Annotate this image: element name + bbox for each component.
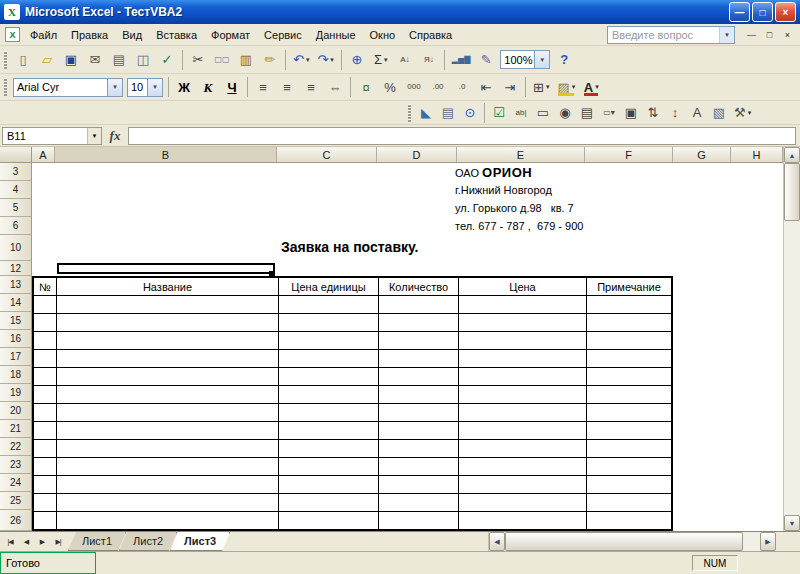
redo-icon[interactable]: ↷▾ [314,49,336,71]
table-cell[interactable] [459,494,587,512]
mail-icon[interactable]: ✉ [84,49,106,71]
row-header-14[interactable]: 14 [0,294,31,312]
workbook-close-button[interactable]: × [779,27,796,43]
table-cell[interactable] [57,386,279,404]
table-cell[interactable] [459,404,587,422]
table-cell[interactable] [279,422,379,440]
underline-button[interactable]: Ч [221,76,243,98]
close-button[interactable]: × [775,2,796,22]
table-cell[interactable] [34,386,57,404]
more-controls-icon[interactable]: ⚒▾ [731,103,754,123]
row-header-10[interactable]: 10 [0,235,31,261]
menu-item-3[interactable]: Вид [115,26,149,44]
row-header-21[interactable]: 21 [0,420,31,438]
menu-item-2[interactable]: Правка [64,26,115,44]
sort-descending-icon[interactable]: Я↓ [418,49,440,71]
table-cell[interactable] [459,422,587,440]
copy-icon[interactable]: ▢▢ [211,49,233,71]
table-cell[interactable] [379,494,459,512]
table-cell[interactable] [379,368,459,386]
tab-nav-button-1[interactable]: |◀ [2,534,18,550]
object-resize-handle[interactable] [269,271,275,276]
table-cell[interactable] [34,332,57,350]
table-cell[interactable] [587,494,671,512]
autosum-icon[interactable]: Σ▾ [370,49,392,71]
row-header-16[interactable]: 16 [0,330,31,348]
row-header-26[interactable]: 26 [0,510,31,531]
table-cell[interactable] [57,458,279,476]
table-cell[interactable] [459,512,587,530]
vertical-scroll-track[interactable] [784,221,800,515]
menu-item-7[interactable]: Данные [309,26,363,44]
table-cell[interactable] [587,458,671,476]
menu-item-1[interactable]: Файл [23,26,64,44]
table-cell[interactable] [379,512,459,530]
table-cell[interactable] [34,368,57,386]
table-cell[interactable] [279,350,379,368]
table-cell[interactable] [379,458,459,476]
table-cell[interactable] [279,314,379,332]
column-header-H[interactable]: H [731,147,783,162]
table-cell[interactable] [587,422,671,440]
row-header-20[interactable]: 20 [0,402,31,420]
table-cell[interactable] [379,476,459,494]
table-cell[interactable] [459,368,587,386]
table-cell[interactable] [379,422,459,440]
table-cell[interactable] [34,476,57,494]
table-cell[interactable] [57,296,279,314]
table-cell[interactable] [279,494,379,512]
table-cell[interactable] [57,350,279,368]
row-header-23[interactable]: 23 [0,456,31,474]
column-header-F[interactable]: F [585,147,673,162]
table-cell[interactable] [34,440,57,458]
sheet-tab-2[interactable]: Лист2 [119,532,177,551]
table-cell[interactable] [587,476,671,494]
maximize-button[interactable]: □ [752,2,773,22]
column-header-E[interactable]: E [457,147,585,162]
question-box-dropdown-icon[interactable]: ▾ [719,27,734,43]
table-cell[interactable] [587,440,671,458]
menu-item-4[interactable]: Вставка [149,26,204,44]
table-cell[interactable] [57,512,279,530]
open-folder-icon[interactable]: ▱ [36,49,58,71]
table-cell[interactable] [459,350,587,368]
table-cell[interactable] [279,404,379,422]
table-cell[interactable] [34,314,57,332]
table-cell[interactable] [57,476,279,494]
table-cell[interactable] [279,296,379,314]
spin-button-icon[interactable]: ⇅ [643,103,663,123]
table-cell[interactable] [379,350,459,368]
table-cell[interactable] [57,422,279,440]
name-box-dropdown-icon[interactable]: ▾ [87,128,101,144]
minimize-button[interactable]: — [729,2,750,22]
formula-input[interactable] [128,127,796,145]
decrease-decimal-icon[interactable]: .0 [451,76,473,98]
menu-item-8[interactable]: Окно [363,26,403,44]
table-cell[interactable] [34,350,57,368]
font-color-icon[interactable]: А▾ [580,76,602,98]
menu-item-6[interactable]: Сервис [257,26,309,44]
row-header-3[interactable]: 3 [0,163,31,181]
row-header-18[interactable]: 18 [0,366,31,384]
table-cell[interactable] [57,368,279,386]
workbook-minimize-button[interactable]: — [743,27,760,43]
row-header-24[interactable]: 24 [0,474,31,492]
format-painter-icon[interactable]: ✏ [259,49,281,71]
bold-button[interactable]: Ж [173,76,195,98]
table-cell[interactable] [459,476,587,494]
merge-center-icon[interactable]: ⇔ [324,76,346,98]
table-cell[interactable] [279,386,379,404]
hyperlink-icon[interactable]: ⊕ [346,49,368,71]
table-cell[interactable] [587,386,671,404]
vertical-scroll-thumb[interactable] [784,163,800,221]
table-cell[interactable] [34,296,57,314]
table-cell[interactable] [34,494,57,512]
help-icon[interactable]: ? [553,49,575,71]
sheet-tab-3[interactable]: Лист3 [170,532,230,551]
table-cell[interactable] [34,512,57,530]
workbook-restore-button[interactable]: □ [761,27,778,43]
zoom-combo[interactable]: 100%▾ [500,50,550,69]
table-cell[interactable] [379,404,459,422]
drawing-icon[interactable]: ✎ [475,49,497,71]
row-header-13[interactable]: 13 [0,276,31,294]
